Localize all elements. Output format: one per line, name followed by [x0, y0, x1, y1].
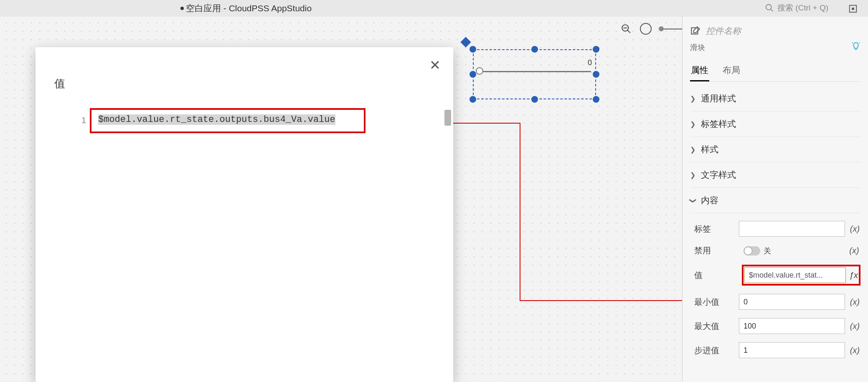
expr-toggle[interactable]: (x)	[849, 321, 860, 331]
titlebar: 空白应用 - CloudPSS AppStudio 搜索 (Ctrl + Q)	[0, 0, 868, 17]
selection-outline	[473, 49, 596, 99]
prop-label: 标签	[694, 223, 735, 235]
panel-tabs: 属性 布局	[690, 60, 860, 82]
svg-line-20	[859, 43, 860, 43]
prop-row-label: 标签 (x)	[694, 217, 860, 241]
search-box[interactable]: 搜索 (Ctrl + Q)	[765, 3, 828, 13]
value-editor-modal: 值 ✕ 1 $model.value.rt_state.outputs.bus4…	[36, 47, 453, 382]
widget-name-input[interactable]: 控件名称	[706, 25, 741, 37]
section-content-body: 标签 (x) 禁用 关 (x) 值 $model.value.rt_stat..…	[690, 213, 860, 366]
svg-rect-3	[852, 8, 854, 10]
zoom-knob-icon[interactable]	[640, 23, 652, 35]
properties-panel: 控件名称 滑块 属性 布局 ❯通用样式 ❯标签样式 ❯样式 ❯文字样式 ❯内容 …	[682, 17, 868, 382]
prop-label: 值	[694, 270, 739, 281]
resize-handle[interactable]	[531, 46, 538, 53]
chevron-right-icon: ❯	[690, 95, 696, 103]
modal-title: 值	[54, 76, 65, 91]
rename-icon[interactable]	[690, 25, 701, 36]
code-line: $model.value.rt_state.outputs.bus4_Va.va…	[94, 112, 445, 127]
prop-row-disabled: 禁用 关 (x)	[694, 241, 860, 261]
resize-handle[interactable]	[470, 96, 476, 103]
widget-slider-thumb[interactable]	[476, 67, 483, 75]
prop-row-min: 最小值 (x)	[694, 290, 860, 314]
code-text[interactable]: $model.value.rt_state.outputs.bus4_Va.va…	[98, 114, 335, 125]
resize-handle[interactable]	[470, 46, 476, 53]
resize-handle[interactable]	[593, 46, 599, 53]
search-icon	[765, 3, 774, 13]
chevron-right-icon: ❯	[690, 146, 696, 154]
chevron-right-icon: ❯	[690, 171, 696, 179]
annotation-highlight-box: $model.value.rt_stat... ƒx	[742, 265, 860, 286]
svg-line-1	[771, 9, 773, 12]
section-label-style[interactable]: ❯标签样式	[690, 111, 860, 137]
svg-point-0	[766, 5, 772, 10]
widget-slider-track[interactable]	[478, 71, 591, 72]
section-style[interactable]: ❯样式	[690, 137, 860, 162]
hint-bulb-icon[interactable]	[851, 42, 860, 53]
section-text-style[interactable]: ❯文字样式	[690, 162, 860, 188]
expr-toggle[interactable]: (x)	[849, 224, 860, 234]
close-icon[interactable]: ✕	[429, 57, 441, 73]
fx-icon[interactable]: ƒx	[849, 271, 858, 280]
max-input[interactable]	[739, 318, 845, 334]
value-input[interactable]: $model.value.rt_stat...	[744, 267, 846, 283]
step-input[interactable]	[739, 342, 845, 358]
prop-label: 最大值	[694, 321, 735, 332]
prop-label: 步进值	[694, 345, 735, 356]
prop-row-max: 最大值 (x)	[694, 314, 860, 338]
focus-mode-icon[interactable]	[848, 4, 858, 13]
resize-handle[interactable]	[593, 96, 599, 103]
tab-layout[interactable]: 布局	[722, 60, 741, 81]
line-number: 1	[81, 116, 86, 125]
toggle-state: 关	[764, 246, 771, 256]
section-content[interactable]: ❯内容	[690, 188, 860, 213]
scrollbar-thumb[interactable]	[444, 110, 451, 126]
prop-row-value: 值 $model.value.rt_stat... ƒx	[694, 261, 860, 290]
chevron-down-icon: ❯	[689, 197, 697, 203]
section-common-style[interactable]: ❯通用样式	[690, 86, 860, 111]
resize-handle[interactable]	[593, 71, 599, 78]
zoom-out-icon[interactable]	[621, 23, 632, 34]
widget-type-label: 滑块	[690, 43, 705, 53]
min-input[interactable]	[739, 294, 845, 310]
app-title: 空白应用 - CloudPSS AppStudio	[186, 3, 312, 14]
code-editor[interactable]: 1 $model.value.rt_state.outputs.bus4_Va.…	[94, 112, 445, 127]
disabled-toggle[interactable]: 关	[744, 246, 771, 256]
prop-row-step: 步进值 (x)	[694, 338, 860, 362]
slider-value-label: 0	[588, 58, 592, 67]
svg-line-21	[852, 43, 853, 43]
expr-toggle[interactable]: (x)	[849, 346, 860, 355]
prop-label: 禁用	[694, 245, 739, 256]
toggle-knob-icon	[744, 246, 760, 256]
expr-toggle[interactable]: (x)	[848, 246, 860, 256]
resize-handle[interactable]	[531, 96, 538, 103]
svg-line-5	[627, 30, 630, 33]
search-placeholder: 搜索 (Ctrl + Q)	[777, 3, 828, 13]
expr-toggle[interactable]: (x)	[849, 297, 860, 307]
unsaved-dot-icon	[180, 7, 184, 10]
tab-properties[interactable]: 属性	[690, 60, 709, 81]
resize-handle[interactable]	[470, 71, 476, 78]
selected-slider-widget[interactable]: 0	[473, 49, 596, 99]
label-input[interactable]	[739, 221, 845, 237]
chevron-right-icon: ❯	[690, 120, 696, 128]
prop-label: 最小值	[694, 296, 735, 308]
